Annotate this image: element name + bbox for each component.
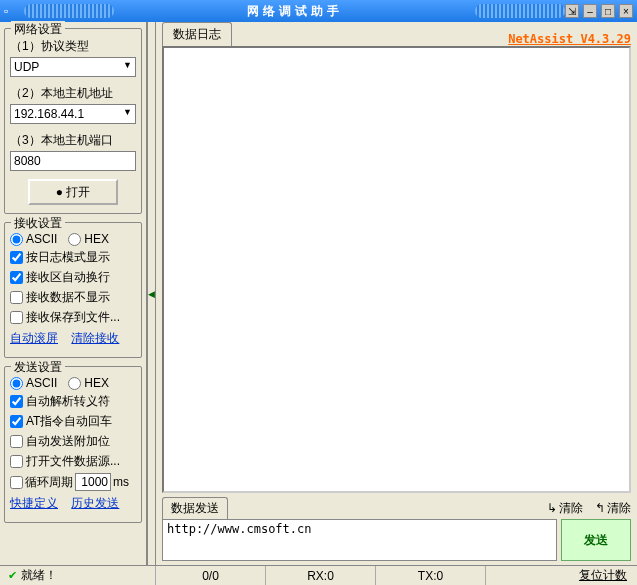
recv-log-mode-check[interactable] bbox=[10, 251, 23, 264]
titlebar: ▫ 网络调试助手 ⇲ – □ × bbox=[0, 0, 637, 22]
protocol-select[interactable] bbox=[10, 57, 136, 77]
send-opt4-label: 打开文件数据源... bbox=[26, 453, 120, 470]
version-link[interactable]: NetAssist V4.3.29 bbox=[508, 32, 631, 46]
send-button[interactable]: 发送 bbox=[561, 519, 631, 561]
send-ascii-radio[interactable] bbox=[10, 377, 23, 390]
recv-opt1-label: 按日志模式显示 bbox=[26, 249, 110, 266]
send-opt2-label: AT指令自动回车 bbox=[26, 413, 112, 430]
recv-ascii-radio[interactable] bbox=[10, 233, 23, 246]
send-append-check[interactable] bbox=[10, 435, 23, 448]
send-ascii-label: ASCII bbox=[26, 376, 57, 390]
title-stripes-right bbox=[475, 4, 565, 18]
status-counter: 0/0 bbox=[156, 566, 266, 585]
reset-counter-link[interactable]: 复位计数 bbox=[579, 567, 627, 584]
ready-icon: ✔ bbox=[8, 569, 17, 582]
recv-hex-label: HEX bbox=[84, 232, 109, 246]
sidebar-collapse-handle[interactable]: ◀ bbox=[148, 22, 156, 565]
send-settings-title: 发送设置 bbox=[11, 359, 65, 376]
recv-auto-wrap-check[interactable] bbox=[10, 271, 23, 284]
host-select[interactable] bbox=[10, 104, 136, 124]
send-input[interactable]: http://www.cmsoft.cn bbox=[162, 519, 557, 561]
recv-save-file-check[interactable] bbox=[10, 311, 23, 324]
send-loop-check[interactable] bbox=[10, 476, 23, 489]
content-area: 数据日志 NetAssist V4.3.29 数据发送 ↳ 清除 ↰ 清除 ht… bbox=[156, 22, 637, 565]
auto-scroll-link[interactable]: 自动滚屏 bbox=[10, 331, 58, 345]
protocol-label: （1）协议类型 bbox=[10, 38, 136, 55]
minimize-button[interactable]: – bbox=[583, 4, 597, 18]
send-tab[interactable]: 数据发送 bbox=[162, 497, 228, 519]
send-at-cr-check[interactable] bbox=[10, 415, 23, 428]
receive-settings-title: 接收设置 bbox=[11, 215, 65, 232]
send-hex-radio[interactable] bbox=[68, 377, 81, 390]
loop-unit: ms bbox=[113, 475, 129, 489]
recv-opt3-label: 接收数据不显示 bbox=[26, 289, 110, 306]
send-opt1-label: 自动解析转义符 bbox=[26, 393, 110, 410]
send-escape-check[interactable] bbox=[10, 395, 23, 408]
clear-down-link[interactable]: ↳ 清除 bbox=[547, 500, 583, 517]
open-button[interactable]: ● 打开 bbox=[28, 179, 118, 205]
title-stripes-left bbox=[24, 4, 114, 18]
send-opt3-label: 自动发送附加位 bbox=[26, 433, 110, 450]
statusbar: ✔就绪！ 0/0 RX:0 TX:0 复位计数 bbox=[0, 565, 637, 585]
send-hex-label: HEX bbox=[84, 376, 109, 390]
recv-hide-data-check[interactable] bbox=[10, 291, 23, 304]
port-label: （3）本地主机端口 bbox=[10, 132, 136, 149]
window-title: 网络调试助手 bbox=[114, 3, 475, 20]
loop-period-input[interactable] bbox=[75, 473, 111, 491]
app-icon: ▫ bbox=[4, 4, 24, 18]
recv-ascii-label: ASCII bbox=[26, 232, 57, 246]
recv-opt4-label: 接收保存到文件... bbox=[26, 309, 120, 326]
receive-settings-group: 接收设置 ASCII HEX 按日志模式显示 接收区自动换行 接收数据不显示 接… bbox=[4, 222, 142, 358]
port-input[interactable] bbox=[10, 151, 136, 171]
send-settings-group: 发送设置 ASCII HEX 自动解析转义符 AT指令自动回车 自动发送附加位 … bbox=[4, 366, 142, 523]
sidebar: 网络设置 （1）协议类型 （2）本地主机地址 （3）本地主机端口 ● 打开 接收… bbox=[0, 22, 148, 565]
close-button[interactable]: × bbox=[619, 4, 633, 18]
history-send-link[interactable]: 历史发送 bbox=[71, 496, 119, 510]
recv-opt2-label: 接收区自动换行 bbox=[26, 269, 110, 286]
network-settings-title: 网络设置 bbox=[11, 21, 65, 38]
network-settings-group: 网络设置 （1）协议类型 （2）本地主机地址 （3）本地主机端口 ● 打开 bbox=[4, 28, 142, 214]
maximize-button[interactable]: □ bbox=[601, 4, 615, 18]
send-file-source-check[interactable] bbox=[10, 455, 23, 468]
log-textarea[interactable] bbox=[162, 46, 631, 493]
status-tx: TX:0 bbox=[376, 566, 486, 585]
log-tab[interactable]: 数据日志 bbox=[162, 22, 232, 46]
loop-label: 循环周期 bbox=[25, 474, 73, 491]
shortcut-def-link[interactable]: 快捷定义 bbox=[10, 496, 58, 510]
host-label: （2）本地主机地址 bbox=[10, 85, 136, 102]
clear-recv-link[interactable]: 清除接收 bbox=[71, 331, 119, 345]
status-rx: RX:0 bbox=[266, 566, 376, 585]
status-ready: 就绪！ bbox=[21, 567, 57, 584]
recv-hex-radio[interactable] bbox=[68, 233, 81, 246]
pin-icon[interactable]: ⇲ bbox=[565, 4, 579, 18]
clear-up-link[interactable]: ↰ 清除 bbox=[595, 500, 631, 517]
